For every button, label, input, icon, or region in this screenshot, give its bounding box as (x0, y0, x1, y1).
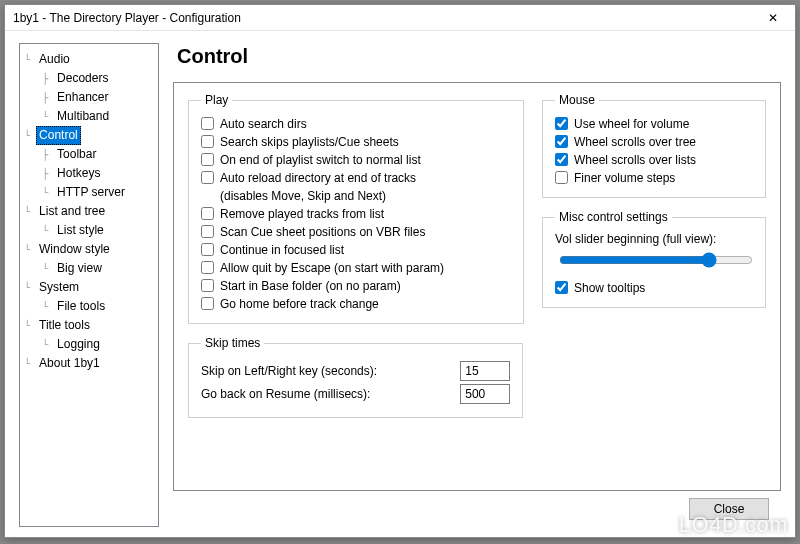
play-checkbox-3[interactable] (201, 171, 214, 184)
tree-title-tools[interactable]: Title tools (36, 316, 93, 335)
play-checkbox-5[interactable] (201, 225, 214, 238)
vol-slider[interactable] (559, 252, 753, 268)
tree-hotkeys[interactable]: Hotkeys (54, 164, 103, 183)
tree-list-style[interactable]: List style (54, 221, 107, 240)
mouse-group: Mouse Use wheel for volumeWheel scrolls … (542, 93, 766, 198)
mouse-label-0: Use wheel for volume (574, 115, 689, 133)
play-label-0: Auto search dirs (220, 115, 307, 133)
tree-control[interactable]: Control (36, 126, 81, 145)
tree-big-view[interactable]: Big view (54, 259, 105, 278)
tree-about[interactable]: About 1by1 (36, 354, 103, 373)
play-checkbox-8[interactable] (201, 279, 214, 292)
nav-tree[interactable]: └ Audio ├ Decoders ├ Enhancer └ Multiban… (19, 43, 159, 527)
close-button[interactable]: Close (689, 498, 769, 520)
play-group: Play Auto search dirsSearch skips playli… (188, 93, 524, 324)
tree-audio[interactable]: Audio (36, 50, 73, 69)
tree-list-and-tree[interactable]: List and tree (36, 202, 108, 221)
titlebar: 1by1 - The Directory Player - Configurat… (5, 5, 795, 31)
tree-logging[interactable]: Logging (54, 335, 103, 354)
close-icon: ✕ (768, 11, 778, 25)
tree-multiband[interactable]: Multiband (54, 107, 112, 126)
tree-toolbar[interactable]: Toolbar (54, 145, 99, 164)
window-title: 1by1 - The Directory Player - Configurat… (13, 11, 753, 25)
skip-times-group: Skip times Skip on Left/Right key (secon… (188, 336, 523, 418)
mouse-legend: Mouse (555, 93, 599, 107)
play-checkbox-6[interactable] (201, 243, 214, 256)
tree-file-tools[interactable]: File tools (54, 297, 108, 316)
tree-system[interactable]: System (36, 278, 82, 297)
play-checkbox-1[interactable] (201, 135, 214, 148)
play-label-4: Remove played tracks from list (220, 205, 384, 223)
play-label-9: Go home before track change (220, 295, 379, 313)
mouse-label-1: Wheel scrolls over tree (574, 133, 696, 151)
vol-slider-label: Vol slider beginning (full view): (555, 232, 753, 246)
show-tooltips-checkbox[interactable] (555, 281, 568, 294)
tree-window-style[interactable]: Window style (36, 240, 113, 259)
main-panel: Control Play Auto search dirsSearch skip… (173, 43, 781, 527)
misc-group: Misc control settings Vol slider beginni… (542, 210, 766, 308)
play-checkbox-0[interactable] (201, 117, 214, 130)
play-label-5: Scan Cue sheet positions on VBR files (220, 223, 425, 241)
play-label-8: Start in Base folder (on no param) (220, 277, 401, 295)
tree-decoders[interactable]: Decoders (54, 69, 111, 88)
skip-legend: Skip times (201, 336, 264, 350)
tree-http-server[interactable]: HTTP server (54, 183, 128, 202)
tree-enhancer[interactable]: Enhancer (54, 88, 111, 107)
play-label-2: On end of playlist switch to normal list (220, 151, 421, 169)
show-tooltips-label: Show tooltips (574, 279, 645, 297)
play-checkbox-4[interactable] (201, 207, 214, 220)
window-close-button[interactable]: ✕ (753, 6, 793, 30)
skip-lr-label: Skip on Left/Right key (seconds): (201, 364, 450, 378)
resume-label: Go back on Resume (millisecs): (201, 387, 450, 401)
resume-input[interactable] (460, 384, 510, 404)
config-window: 1by1 - The Directory Player - Configurat… (4, 4, 796, 538)
play-label-1: Search skips playlists/Cue sheets (220, 133, 399, 151)
mouse-checkbox-2[interactable] (555, 153, 568, 166)
play-checkbox-2[interactable] (201, 153, 214, 166)
play-label-7: Allow quit by Escape (on start with para… (220, 259, 444, 277)
mouse-checkbox-0[interactable] (555, 117, 568, 130)
mouse-checkbox-3[interactable] (555, 171, 568, 184)
mouse-label-3: Finer volume steps (574, 169, 675, 187)
panel-body: Play Auto search dirsSearch skips playli… (173, 82, 781, 491)
page-title: Control (177, 45, 781, 68)
content: └ Audio ├ Decoders ├ Enhancer └ Multiban… (5, 31, 795, 537)
play-checkbox-9[interactable] (201, 297, 214, 310)
footer: Close (173, 491, 781, 527)
play-checkbox-7[interactable] (201, 261, 214, 274)
misc-legend: Misc control settings (555, 210, 672, 224)
play-label-3: Auto reload directory at end of tracks (… (220, 169, 416, 205)
mouse-checkbox-1[interactable] (555, 135, 568, 148)
play-label-6: Continue in focused list (220, 241, 344, 259)
play-legend: Play (201, 93, 232, 107)
skip-lr-input[interactable] (460, 361, 510, 381)
mouse-label-2: Wheel scrolls over lists (574, 151, 696, 169)
